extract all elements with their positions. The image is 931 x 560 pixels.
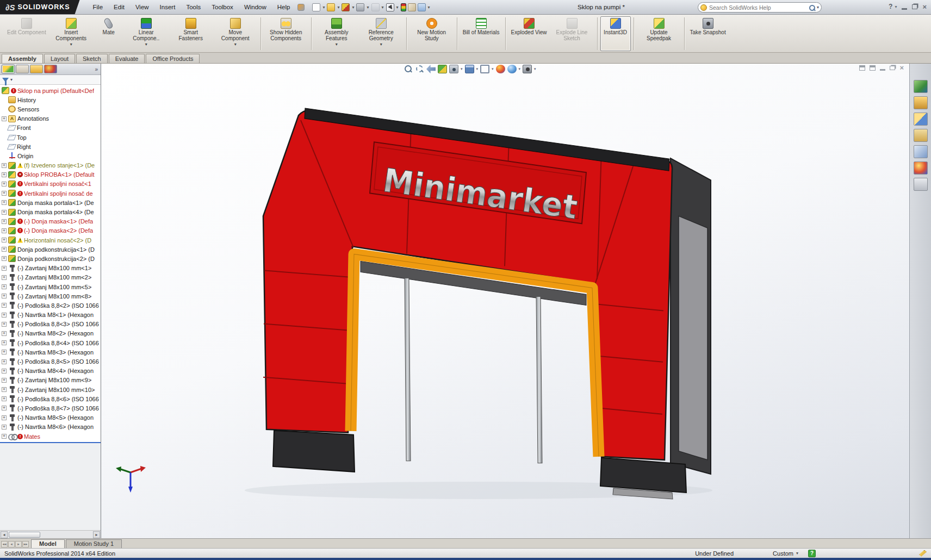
ribbon-show-hidden-button[interactable]: Show Hidden Components [264, 16, 308, 51]
dropdown-arrow-icon[interactable]: ▾ [367, 5, 369, 10]
tree-item[interactable]: +Donja maska portala<1> (De [0, 198, 101, 207]
expand-toggle-icon[interactable]: + [2, 340, 7, 345]
tab-evaluate[interactable]: Evaluate [109, 54, 145, 63]
dropdown-arrow-icon[interactable]: ▾ [336, 42, 338, 47]
tree-item[interactable]: +(-) Navrtka M8<6> (Hexagon [0, 422, 101, 432]
dropdown-arrow-icon[interactable]: ▾ [382, 5, 384, 10]
displaymanager-icon[interactable] [44, 65, 57, 73]
tree-horizontal-scrollbar[interactable]: ◂ ▸ [0, 530, 101, 538]
ribbon-linear-pattern-button[interactable]: Linear Compone..▾ [124, 16, 169, 51]
tab-sketch[interactable]: Sketch [76, 54, 108, 63]
doc-minimize-button[interactable] [880, 69, 885, 71]
panel-overflow-chevron-icon[interactable]: » [95, 66, 99, 72]
search-input[interactable] [707, 4, 809, 11]
tree-item[interactable]: +(-) Navrtka M8<1> (Hexagon [0, 310, 101, 320]
custom-properties-icon[interactable] [914, 178, 928, 191]
dropdown-arrow-icon[interactable]: ▾ [534, 67, 536, 71]
tree-item[interactable]: +(-) Podloška 8,8<4> (ISO 1066 [0, 338, 101, 347]
menu-toolbox[interactable]: Toolbox [206, 2, 239, 13]
scrollbar-thumb[interactable] [9, 532, 40, 538]
configurationmanager-icon[interactable] [30, 65, 43, 73]
dropdown-arrow-icon[interactable]: ▾ [476, 67, 479, 71]
tree-item[interactable]: +(-) Navrtka M8<3> (Hexagon [0, 347, 101, 357]
scroll-right-icon[interactable]: ▸ [93, 531, 100, 538]
base-left[interactable] [273, 431, 355, 472]
rebuild-icon[interactable] [401, 3, 406, 11]
menu-help[interactable]: Help [272, 2, 296, 13]
menu-window[interactable]: Window [239, 2, 272, 13]
tree-item[interactable]: +AAnnotations [0, 114, 101, 123]
open-icon[interactable] [327, 3, 335, 11]
tree-item[interactable]: Right [0, 142, 101, 151]
menu-tools[interactable]: Tools [181, 2, 206, 13]
tree-item[interactable]: +!Vertikalni spoljni nosač de [0, 189, 101, 198]
base-right[interactable] [600, 458, 686, 493]
menu-view[interactable]: View [130, 2, 154, 13]
tree-filter-bar[interactable]: ▾ [0, 75, 101, 85]
hide-show-items-icon[interactable] [449, 65, 458, 73]
dropdown-arrow-icon[interactable]: ▾ [70, 42, 72, 47]
configuration-selector[interactable]: Custom ▾ [773, 550, 798, 557]
view-palette-icon[interactable] [914, 129, 928, 142]
expand-toggle-icon[interactable]: + [2, 182, 7, 186]
pole-right[interactable] [536, 296, 542, 463]
print-icon[interactable] [356, 3, 364, 11]
tree-item[interactable]: +(-) Zavrtanj M8x100 mm<8> [0, 291, 101, 301]
expand-toggle-icon[interactable]: + [2, 219, 7, 224]
tree-item[interactable]: +!(-) Donja maska<2> (Defa [0, 226, 101, 235]
tree-item[interactable]: !Sklop na pumpi (Default<Def [0, 86, 101, 95]
tree-item[interactable]: +Donja maska portala<4> (De [0, 207, 101, 216]
dropdown-arrow-icon[interactable]: ▾ [234, 42, 237, 47]
tree-item[interactable]: +(-) Zavrtanj M8x100 mm<1> [0, 264, 101, 273]
menu-file[interactable]: File [88, 2, 109, 13]
tree-item[interactable]: +(-) Podloška 8,8<2> (ISO 1066 [0, 301, 101, 310]
dropdown-arrow-icon[interactable]: ▾ [352, 5, 354, 10]
expand-toggle-icon[interactable]: + [2, 210, 7, 215]
tab-model[interactable]: Model [31, 539, 65, 548]
pane-right-icon[interactable] [870, 65, 876, 71]
expand-toggle-icon[interactable]: + [2, 415, 7, 420]
ribbon-bill-of-materials-button[interactable]: Bill of Materials [460, 16, 502, 51]
expand-toggle-icon[interactable]: + [2, 359, 7, 364]
featuremanager-icon[interactable] [2, 65, 15, 73]
expand-toggle-icon[interactable]: + [2, 387, 7, 392]
options-icon[interactable] [408, 3, 416, 11]
tree-item[interactable]: +(-) Navrtka M8<2> (Hexagon [0, 329, 101, 338]
previous-view-icon[interactable] [426, 65, 436, 73]
ribbon-move-component-button[interactable]: Move Component▾ [213, 16, 258, 51]
tab-scroll-next-icon[interactable]: ▸ [15, 541, 22, 547]
expand-toggle-icon[interactable]: + [2, 200, 7, 205]
dropdown-arrow-icon[interactable]: ▾ [380, 42, 382, 47]
expand-toggle-icon[interactable]: + [2, 275, 7, 280]
expand-toggle-icon[interactable]: + [2, 313, 7, 318]
tab-layout[interactable]: Layout [44, 54, 75, 63]
ribbon-reference-geometry-button[interactable]: Reference Geometry▾ [359, 16, 404, 51]
filter-dropdown-icon[interactable]: ▾ [10, 77, 13, 82]
expand-toggle-icon[interactable]: + [2, 256, 7, 261]
tree-item[interactable]: +×Sklop PROBA<1> (Default [0, 170, 101, 179]
ribbon-assembly-features-button[interactable]: Assembly Features▾ [314, 16, 359, 51]
minimize-button[interactable] [902, 8, 907, 10]
portal-right-side-panel[interactable] [679, 216, 707, 460]
tree-item[interactable]: +!Horizontalni nosač<2> (D [0, 235, 101, 245]
save-icon[interactable] [342, 3, 350, 11]
view-orientation-icon[interactable] [465, 65, 474, 73]
graphics-viewport[interactable]: ▾▾▾▾▾ × [101, 64, 909, 538]
design-library-icon[interactable] [914, 96, 928, 109]
tree-item[interactable]: +(-) Zavrtanj M8x100 mm<9> [0, 376, 101, 385]
zoom-to-area-icon[interactable] [415, 65, 424, 73]
expand-toggle-icon[interactable]: + [2, 406, 7, 410]
ribbon-instant3d-button[interactable]: Instant3D [600, 16, 631, 51]
dropdown-arrow-icon[interactable]: ▾ [145, 42, 147, 47]
menu-insert[interactable]: Insert [154, 2, 181, 13]
tab-scroll-last-icon[interactable]: ▸▸ [22, 541, 29, 547]
select-icon[interactable] [386, 3, 394, 11]
tree-item[interactable]: +Donja podkonstrukcija<2> (D [0, 254, 101, 263]
solidworks-resources-icon[interactable] [914, 80, 928, 93]
expand-toggle-icon[interactable]: + [2, 294, 7, 298]
filter-icon[interactable] [2, 78, 9, 82]
tree-item[interactable]: Origin [0, 151, 101, 160]
edit-appearance-icon[interactable] [496, 65, 505, 73]
tab-assembly[interactable]: Assembly [2, 54, 43, 63]
customize-pencil-icon[interactable] [297, 4, 305, 11]
